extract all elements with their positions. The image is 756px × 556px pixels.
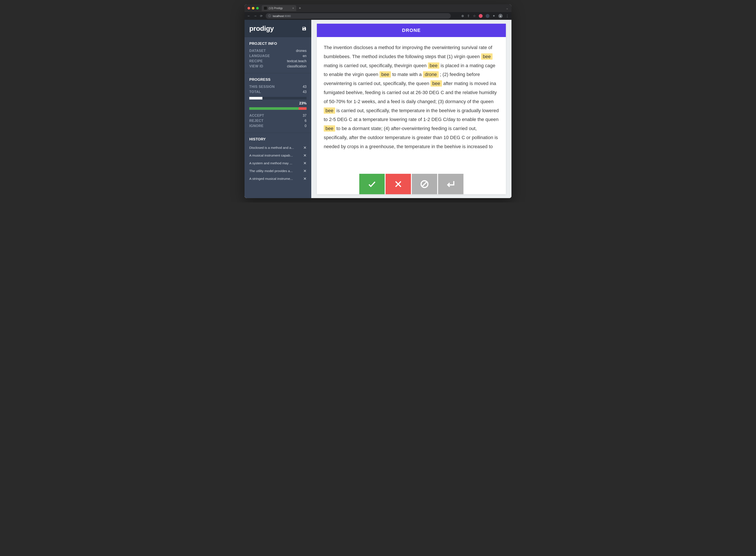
reload-button[interactable]: ⟳ (260, 14, 263, 18)
x-icon: ✕ (303, 176, 307, 181)
titlebar-chevron-icon[interactable]: ⌄ (506, 6, 508, 10)
browser-menu-icon[interactable]: ⋮ (506, 14, 509, 18)
bookmark-icon[interactable]: ☆ (473, 14, 476, 18)
history-item-text: A musical instrument capab... (249, 153, 293, 158)
window-maximize-button[interactable] (256, 7, 259, 9)
annotation-card: DRONE The invention discloses a method f… (317, 24, 506, 194)
task-text[interactable]: The invention discloses a method for imp… (317, 37, 506, 194)
info-value: drones (296, 49, 307, 53)
progress-value: 6 (304, 119, 307, 123)
accept-button[interactable] (359, 174, 385, 194)
sidebar: prodigy PROJECT INFO DATASET drones LANG… (245, 20, 311, 198)
info-row-viewid: VIEW ID classification (249, 64, 307, 68)
address-bar[interactable]: ⓘ localhost:8080 (266, 13, 451, 19)
history-item-text: Disclosed is a method and a... (249, 146, 294, 150)
progress-bar-split (249, 107, 307, 110)
highlight-span: bee (324, 107, 335, 114)
highlight-span: bee (481, 54, 493, 60)
forward-button[interactable]: → (254, 14, 257, 18)
task-label: DRONE (317, 24, 506, 37)
info-key: VIEW ID (249, 64, 263, 68)
browser-window: (13) Prodigy × + ⌄ ← → ⟳ ⓘ localhost:808… (245, 4, 511, 198)
url-host: localhost (273, 14, 284, 18)
progress-row-session: THIS SESSION 43 (249, 85, 307, 89)
x-icon: ✕ (303, 153, 307, 158)
app-root: prodigy PROJECT INFO DATASET drones LANG… (245, 20, 511, 198)
save-icon[interactable] (302, 26, 307, 31)
toolbar-right: ⊕ ⇧ ☆ ✦ ▲ ⋮ (461, 14, 509, 18)
x-icon: ✕ (303, 145, 307, 150)
progress-bar-overall (249, 97, 307, 100)
return-icon (446, 180, 455, 188)
history-list: Disclosed is a method and a...✕A musical… (249, 144, 307, 182)
favicon (264, 7, 267, 10)
window-close-button[interactable] (248, 7, 250, 9)
info-row-recipe: RECIPE textcat.teach (249, 59, 307, 63)
profile-avatar[interactable]: ▲ (498, 14, 503, 18)
progress-value: 43 (303, 90, 307, 94)
extension-icon[interactable] (479, 14, 482, 18)
history-item[interactable]: Disclosed is a method and a...✕ (249, 144, 307, 151)
progress-row-ignore: IGNORE 0 (249, 124, 307, 128)
progress-row-total: TOTAL 43 (249, 90, 307, 94)
ignore-button[interactable] (412, 174, 437, 194)
url-port: :8080 (284, 14, 291, 18)
tab-close-icon[interactable]: × (292, 6, 294, 10)
tab-strip: (13) Prodigy × + (262, 5, 303, 11)
progress-key: ACCEPT (249, 114, 264, 117)
info-key: RECIPE (249, 59, 263, 63)
history-item[interactable]: The utility model provides a...✕ (249, 168, 307, 174)
browser-toolbar: ← → ⟳ ⓘ localhost:8080 ⊕ ⇧ ☆ ✦ ▲ ⋮ (245, 12, 511, 20)
progress-percent-label: 23% (249, 101, 307, 106)
site-info-icon[interactable]: ⓘ (268, 14, 271, 18)
zoom-icon[interactable]: ⊕ (461, 14, 464, 18)
history-heading: HISTORY (249, 137, 307, 141)
history-item-text: A stringed musical instrume... (249, 177, 293, 181)
info-value: textcat.teach (287, 59, 307, 63)
progress-value: 37 (303, 114, 307, 117)
check-icon (367, 180, 376, 188)
project-info-section: PROJECT INFO DATASET drones LANGUAGE en … (245, 37, 311, 73)
highlight-span: bee (380, 71, 391, 77)
highlight-span: bee (324, 125, 335, 132)
progress-row-reject: REJECT 6 (249, 119, 307, 123)
share-icon[interactable]: ⇧ (467, 14, 470, 18)
history-item[interactable]: A musical instrument capab...✕ (249, 152, 307, 159)
history-section: HISTORY Disclosed is a method and a...✕A… (245, 133, 311, 185)
project-info-heading: PROJECT INFO (249, 41, 307, 46)
progress-heading: PROGRESS (249, 77, 307, 82)
info-value: classification (287, 64, 307, 68)
new-tab-button[interactable]: + (297, 6, 303, 10)
traffic-lights (248, 7, 259, 9)
app-logo: prodigy (249, 25, 274, 33)
main-panel: DRONE The invention discloses a method f… (311, 20, 511, 198)
info-key: LANGUAGE (249, 54, 270, 58)
history-item[interactable]: A system and method may ...✕ (249, 160, 307, 167)
extensions-menu-icon[interactable]: ✦ (493, 14, 495, 18)
extension-icon[interactable] (485, 14, 490, 18)
highlight-span: bee (428, 63, 439, 69)
progress-key: REJECT (249, 119, 263, 123)
undo-button[interactable] (438, 174, 464, 194)
svg-line-3 (422, 181, 427, 187)
window-minimize-button[interactable] (252, 7, 254, 9)
progress-key: THIS SESSION (249, 85, 275, 89)
progress-value: 0 (304, 124, 307, 128)
x-icon (394, 180, 403, 188)
info-key: DATASET (249, 49, 266, 53)
progress-key: IGNORE (249, 124, 263, 128)
progress-value: 43 (303, 85, 307, 89)
progress-row-accept: ACCEPT 37 (249, 114, 307, 117)
skip-icon (420, 180, 429, 188)
history-item[interactable]: A stringed musical instrume...✕ (249, 175, 307, 182)
progress-section: PROGRESS THIS SESSION 43 TOTAL 43 23% (245, 73, 311, 133)
progress-key: TOTAL (249, 90, 261, 94)
back-button[interactable]: ← (247, 14, 251, 18)
sidebar-header: prodigy (245, 20, 311, 37)
info-value: en (303, 54, 307, 58)
info-row-language: LANGUAGE en (249, 54, 307, 58)
browser-tab[interactable]: (13) Prodigy × (262, 5, 296, 11)
reject-button[interactable] (386, 174, 411, 194)
tab-title: (13) Prodigy (268, 7, 283, 10)
action-bar (359, 174, 464, 194)
